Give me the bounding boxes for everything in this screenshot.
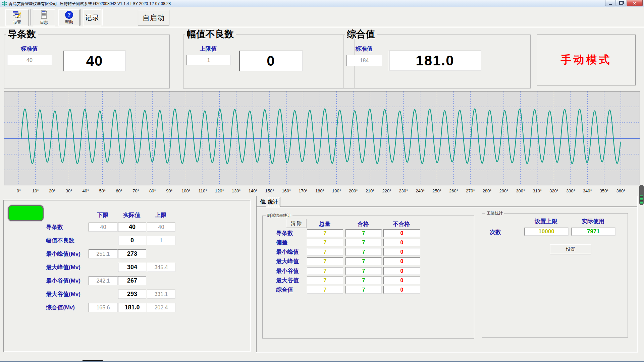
minimize-icon bbox=[609, 4, 612, 5]
svg-text:30°: 30° bbox=[66, 188, 72, 193]
close-icon: × bbox=[633, 1, 636, 6]
title-bar[interactable]: 青岛艾普智能仪器有限公司--压铸转子测试系统 G202008042 V1.1.4… bbox=[0, 0, 644, 7]
stats-row-label: 最小谷值 bbox=[276, 267, 299, 275]
fail-count: 0 bbox=[383, 229, 420, 237]
col-header-actual-used: 实际使用 bbox=[571, 218, 615, 225]
svg-text:0°: 0° bbox=[17, 188, 21, 193]
composite-value: 181.0 bbox=[389, 51, 481, 71]
bar-count-value: 40 bbox=[63, 51, 126, 71]
col-header-set-limit: 设置上限 bbox=[524, 218, 568, 225]
toolbar-divider bbox=[102, 9, 103, 25]
stats-row-label: 导条数 bbox=[276, 229, 293, 237]
fail-count: 0 bbox=[383, 286, 420, 294]
log-button[interactable]: 日志 bbox=[33, 9, 55, 26]
restore-button[interactable] bbox=[616, 0, 626, 6]
pass-count: 7 bbox=[345, 286, 382, 294]
bar-count-group: 导条数 标准值 40 40 bbox=[4, 35, 170, 88]
help-icon: ? bbox=[65, 10, 73, 19]
stats-row-label: 最大谷值 bbox=[276, 277, 299, 285]
composite-group: 综合值 标准值 184 181.0 bbox=[343, 35, 531, 88]
lower-limit-value: 165.6 bbox=[89, 303, 118, 312]
svg-text:40°: 40° bbox=[83, 188, 89, 193]
settings-button[interactable]: 设置 bbox=[5, 9, 29, 26]
svg-text:120°: 120° bbox=[215, 188, 224, 193]
svg-text:140°: 140° bbox=[249, 188, 258, 193]
stats-rows: 导条数 7 7 0 偏差 7 7 0 最小峰值 7 bbox=[263, 229, 474, 295]
toolbar: 设置 日志 ? 帮助 记录 自启动 bbox=[0, 7, 644, 27]
log-label: 日志 bbox=[40, 20, 48, 25]
svg-text:240°: 240° bbox=[416, 188, 425, 193]
svg-text:150°: 150° bbox=[265, 188, 274, 193]
mode-label: 手动模式 bbox=[561, 53, 612, 67]
upper-limit-value: 1 bbox=[147, 236, 175, 245]
bar-count-ref-input[interactable]: 40 bbox=[7, 55, 52, 65]
lower-limit-value: 251.1 bbox=[89, 249, 118, 258]
result-row: 最小峰值(Mv) 251.1 273 bbox=[4, 249, 250, 258]
stats-row-label: 最大峰值 bbox=[276, 257, 299, 265]
svg-text:170°: 170° bbox=[299, 188, 308, 193]
clear-button[interactable]: 清 除 bbox=[286, 219, 306, 228]
toolbar-divider bbox=[56, 9, 56, 25]
settings-icon bbox=[13, 10, 22, 19]
result-row: 最大峰值(Mv) 304 345.4 bbox=[4, 263, 250, 272]
svg-text:210°: 210° bbox=[366, 188, 375, 193]
amp-defect-ref-input[interactable]: 1 bbox=[186, 55, 231, 65]
status-lamp bbox=[8, 205, 44, 221]
col-header-upper: 上限 bbox=[147, 211, 175, 219]
minimize-button[interactable] bbox=[605, 0, 615, 6]
set-limit-input[interactable]: 10000 bbox=[524, 228, 569, 236]
svg-text:300°: 300° bbox=[516, 188, 525, 193]
composite-ref-input[interactable]: 184 bbox=[346, 55, 382, 66]
actual-value: 0 bbox=[118, 236, 146, 245]
bar-count-title: 导条数 bbox=[6, 29, 38, 39]
window-title: 青岛艾普智能仪器有限公司--压铸转子测试系统 G202008042 V1.1.4… bbox=[9, 1, 171, 7]
info-stats-panel: 信息 统计 测试结果统计 清 除 总量 合格 不合格 导条数 7 7 0 bbox=[256, 196, 638, 353]
svg-text:230°: 230° bbox=[399, 188, 408, 193]
upper-limit-value: 40 bbox=[147, 223, 175, 232]
svg-text:250°: 250° bbox=[432, 188, 441, 193]
svg-text:270°: 270° bbox=[466, 188, 475, 193]
result-row-label: 最小峰值(Mv) bbox=[46, 249, 80, 258]
autostart-button[interactable]: 自启动 bbox=[138, 10, 169, 25]
svg-text:320°: 320° bbox=[549, 188, 558, 193]
stats-row: 导条数 7 7 0 bbox=[263, 229, 474, 237]
count-row-label: 次数 bbox=[490, 228, 501, 236]
stats-row-label: 最小峰值 bbox=[276, 248, 299, 256]
close-button[interactable]: × bbox=[627, 0, 643, 6]
upper-limit-value: 331.1 bbox=[147, 290, 175, 299]
fail-count: 0 bbox=[383, 239, 420, 246]
svg-text:220°: 220° bbox=[382, 188, 391, 193]
total-count: 7 bbox=[307, 277, 343, 284]
composite-title: 综合值 bbox=[345, 29, 377, 39]
waveform-svg: 0°10°20°30°40°50°60°70°80°90°100°110°120… bbox=[4, 91, 640, 194]
result-row: 幅值不良数 0 1 bbox=[4, 236, 250, 245]
pass-count: 7 bbox=[345, 267, 382, 275]
fail-count: 0 bbox=[383, 267, 420, 275]
test-stats-group: 测试结果统计 清 除 总量 合格 不合格 导条数 7 7 0 偏差 7 bbox=[262, 216, 474, 339]
fixture-stats-group: 工装统计 设置上限 实际使用 次数 10000 7971 设置 bbox=[482, 213, 628, 338]
help-button[interactable]: ? 帮助 bbox=[58, 9, 80, 26]
col-header-fail: 不合格 bbox=[383, 220, 420, 228]
fail-count: 0 bbox=[383, 257, 420, 265]
fail-count: 0 bbox=[383, 277, 420, 284]
amp-defect-ref-label: 上限值 bbox=[186, 45, 230, 53]
total-count: 7 bbox=[307, 229, 343, 237]
result-row: 最大谷值(Mv) 293 331.1 bbox=[4, 290, 250, 299]
stats-row: 最大峰值 7 7 0 bbox=[263, 257, 474, 265]
svg-text:280°: 280° bbox=[483, 188, 492, 193]
col-header-total: 总量 bbox=[307, 220, 342, 228]
level-indicator-stripes bbox=[640, 195, 643, 204]
svg-text:110°: 110° bbox=[199, 188, 207, 193]
upper-limit-value: 345.4 bbox=[147, 263, 175, 272]
upper-limit-value: 202.4 bbox=[147, 303, 175, 312]
record-button[interactable]: 记录 bbox=[83, 9, 101, 26]
fixture-set-button[interactable]: 设置 bbox=[550, 244, 591, 254]
result-row-label: 最大峰值(Mv) bbox=[46, 263, 80, 272]
tab-stats[interactable]: 统计 bbox=[266, 197, 280, 207]
level-indicator[interactable] bbox=[639, 185, 644, 205]
result-row-label: 幅值不良数 bbox=[46, 236, 74, 245]
svg-text:180°: 180° bbox=[315, 188, 324, 193]
stats-row: 偏差 7 7 0 bbox=[263, 239, 474, 247]
svg-text:160°: 160° bbox=[282, 188, 291, 193]
svg-text:20°: 20° bbox=[49, 188, 56, 193]
